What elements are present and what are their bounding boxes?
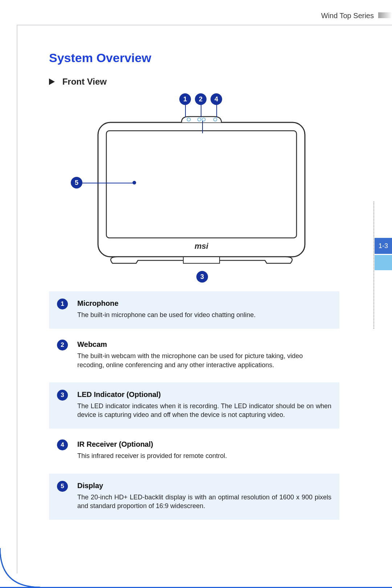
callout-1: 1 [179,93,191,105]
feature-description: The built-in webcam with the microphone … [77,352,331,369]
feature-number-badge: 2 [57,340,68,350]
feature-body: LED Indicator (Optional)The LED indicato… [77,390,331,419]
feature-number: 2 [57,340,77,350]
side-dotted-rule [373,202,374,329]
feature-number: 1 [57,299,77,309]
front-view-diagram: msi 1 2 4 3 5 [64,93,325,269]
feature-item: 1MicrophoneThe built-in microphone can b… [49,291,339,329]
leader-5-dot [132,181,136,184]
leader-3 [202,121,203,133]
feature-item: 3LED Indicator (Optional)The LED indicat… [49,382,339,429]
feature-title: Webcam [77,340,331,349]
feature-number: 4 [57,439,77,450]
feature-title: Display [77,482,331,490]
callout-5: 5 [71,177,82,188]
monitor-illustration: msi [64,93,325,269]
section-title: Front View [49,77,339,87]
leader-2 [201,105,201,117]
feature-number: 3 [57,390,77,401]
feature-item: 2WebcamThe built-in webcam with the micr… [49,332,339,379]
leader-4 [216,105,217,117]
series-stripe [378,12,392,18]
feature-body: IR Receiver (Optional)This infrared rece… [77,440,331,460]
feature-title: IR Receiver (Optional) [77,440,331,449]
feature-title: LED Indicator (Optional) [77,390,331,399]
feature-description: The 20-inch HD+ LED-backlit display is w… [77,493,331,511]
feature-number-badge: 1 [57,299,68,309]
page-title: System Overview [49,51,339,65]
bottom-left-curve-icon [0,548,40,588]
callout-3: 3 [196,271,208,283]
feature-description: This infrared receiver is provided for r… [77,451,331,460]
series-label: Wind Top Series [321,12,374,20]
callout-4: 4 [211,93,222,105]
feature-item: 4IR Receiver (Optional)This infrared rec… [49,432,339,470]
section-title-text: Front View [62,77,107,86]
document-page: Wind Top Series 1-3 System Overview Fron… [0,0,392,588]
leader-1 [185,105,186,117]
feature-number: 5 [57,481,77,492]
feature-description: The built-in microphone can be used for … [77,311,331,319]
feature-title: Microphone [77,299,331,308]
feature-item: 5DisplayThe 20-inch HD+ LED-backlit disp… [49,474,339,520]
content-area: System Overview Front View [49,51,339,523]
feature-number-badge: 5 [57,481,68,492]
side-accent-tab [375,255,392,270]
feature-body: DisplayThe 20-inch HD+ LED-backlit displ… [77,482,331,511]
feature-number-badge: 4 [57,439,68,450]
left-rule [17,25,17,573]
leader-5 [82,183,133,183]
arrow-right-icon [49,78,55,85]
top-rule [17,25,392,25]
feature-body: MicrophoneThe built-in microphone can be… [77,299,331,319]
feature-description: The LED indicator indicates when it is r… [77,402,331,419]
feature-list: 1MicrophoneThe built-in microphone can b… [49,291,339,520]
page-number-tab: 1-3 [375,238,392,254]
callout-2: 2 [195,93,207,105]
brand-text: msi [195,242,209,251]
feature-body: WebcamThe built-in webcam with the micro… [77,340,331,369]
feature-number-badge: 3 [57,390,68,401]
